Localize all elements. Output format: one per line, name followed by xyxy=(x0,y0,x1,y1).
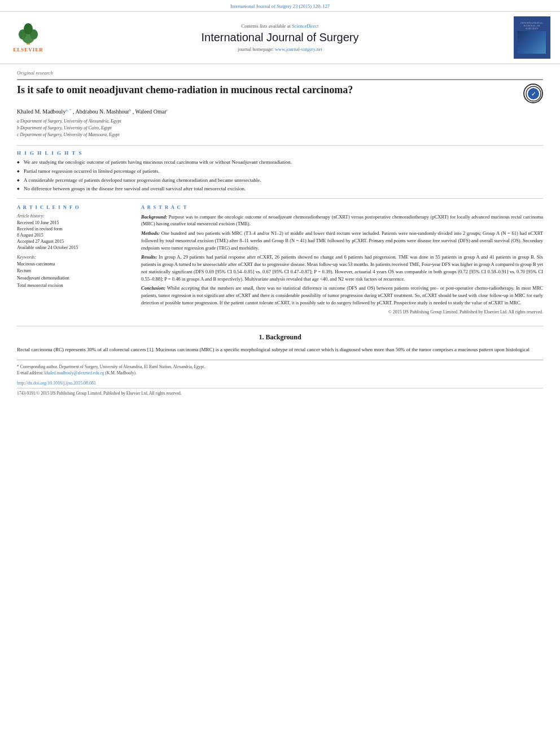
keywords-list: Mucinous carcinoma Rectum Neoadjuvant ch… xyxy=(17,261,130,290)
background-text-content: Rectal carcinoma (RC) represents 30% of … xyxy=(17,347,530,352)
col-abstract: A B S T R A C T Background: Purpose was … xyxy=(141,204,543,316)
email-label: E-mail address: xyxy=(17,370,45,375)
article-title-row: Is it safe to omit neoadjuvant chemo-rad… xyxy=(17,84,543,103)
background-section: 1. Background Rectal carcinoma (RC) repr… xyxy=(17,326,543,354)
email-note: E-mail address: khaled.madbouly@alexmed.… xyxy=(17,370,543,376)
methods-text: One hundred and two patients with MRC (T… xyxy=(141,230,543,251)
background-text: Purpose was to compare the oncologic out… xyxy=(141,214,543,227)
journal-citation-bar: International Journal of Surgery 23 (201… xyxy=(0,0,560,12)
bottom-info: 1743-9191/© 2015 IJS Publishing Group Li… xyxy=(17,388,543,396)
abstract-results: Results: In group A, 29 patients had par… xyxy=(141,254,543,282)
page-wrapper: International Journal of Surgery 23 (201… xyxy=(0,0,560,401)
keyword-1: Mucinous carcinoma xyxy=(17,261,130,268)
elsevier-logo: ELSEVIER xyxy=(13,23,43,53)
author-2-sup: b xyxy=(129,108,132,112)
methods-label: Methods: xyxy=(141,230,160,236)
conclusion-text: Whilst accepting that the numbers are sm… xyxy=(141,285,543,305)
abstract-header: A B S T R A C T xyxy=(141,204,543,210)
email-link[interactable]: khaled.madbouly@alexmed.edu.eg xyxy=(45,370,104,375)
section-number: 1. xyxy=(259,333,264,341)
journal-title: International Journal of Surgery xyxy=(201,31,358,44)
elsevier-tree-icon xyxy=(14,23,42,46)
section-heading-text: Background xyxy=(265,333,301,341)
highlight-item-1: We are studying the oncologic outcome of… xyxy=(17,159,543,166)
keyword-3: Neoadjuvant chemoradiation xyxy=(17,275,130,282)
highlights-divider-top xyxy=(17,145,543,146)
received-revised: Received in revised form8 August 2015 xyxy=(17,226,130,238)
journal-citation: International Journal of Surgery 23 (201… xyxy=(230,3,330,9)
article-info-abstract-cols: A R T I C L E I N F O Article history: R… xyxy=(17,204,543,316)
keywords-block: Keywords: Mucinous carcinoma Rectum Neoa… xyxy=(17,255,130,290)
affiliation-a: a Department of Surgery, University of A… xyxy=(17,118,543,125)
keyword-4: Total mesorectal excision xyxy=(17,282,130,290)
author-2-name: , Abdrabou N. Mashhour xyxy=(73,108,129,115)
highlights-section: H I G H L I G H T S We are studying the … xyxy=(17,150,543,192)
available-online: Available online 24 October 2015 xyxy=(17,244,130,251)
footnotes: * Corresponding author. Department of Su… xyxy=(17,360,543,377)
results-label: Results: xyxy=(141,254,157,260)
elsevier-brand-name: ELSEVIER xyxy=(13,47,43,53)
article-info-header: A R T I C L E I N F O xyxy=(17,204,130,210)
abstract-background: Background: Purpose was to compare the o… xyxy=(141,213,543,228)
author-3-sup: c xyxy=(167,108,168,112)
svg-point-4 xyxy=(24,23,33,34)
homepage-link[interactable]: www.journal-surgery.net xyxy=(275,46,322,52)
email-suffix: (K.M. Madbouly). xyxy=(105,370,136,375)
journal-header: ELSEVIER Contents lists available at Sci… xyxy=(0,12,560,64)
copyright-line: © 2015 IJS Publishing Group Limited. Pub… xyxy=(141,309,543,316)
highlight-item-2: Partial tumor regression occurred in lim… xyxy=(17,168,543,175)
authors-line: Khaled M. Madboulya, * , Abdrabou N. Mas… xyxy=(17,108,543,115)
main-content: Original research Is it safe to omit neo… xyxy=(0,64,560,401)
affiliations: a Department of Surgery, University of A… xyxy=(17,118,543,138)
background-body-text: Rectal carcinoma (RC) represents 30% of … xyxy=(17,346,543,354)
doi-line[interactable]: http://dx.doi.org/10.1016/j.ijsu.2015.08… xyxy=(17,381,543,386)
affiliation-b: b Department of Surgery, University of C… xyxy=(17,125,543,132)
highlight-item-3: A considerable percentage of patients de… xyxy=(17,177,543,184)
article-history-block: Article history: Received 10 June 2015 R… xyxy=(17,213,130,251)
journal-cover-thumbnail: INTERNATIONALJOURNAL OFSURGERY xyxy=(514,16,550,59)
contents-line: Contents lists available at ScienceDirec… xyxy=(242,23,319,29)
journal-header-left: ELSEVIER xyxy=(6,16,51,59)
journal-homepage: journal homepage: www.journal-surgery.ne… xyxy=(238,46,322,52)
affiliation-c: c Department of Surgery, University of M… xyxy=(17,132,543,138)
crossmark-icon[interactable]: ✓ xyxy=(523,84,543,103)
accepted-date: Accepted 27 August 2015 xyxy=(17,238,130,244)
highlights-header: H I G H L I G H T S xyxy=(17,150,543,156)
history-label: Article history: xyxy=(17,213,130,219)
author-3-name: , Waleed Omar xyxy=(133,108,167,115)
keyword-2: Rectum xyxy=(17,268,130,275)
background-heading: 1. Background xyxy=(17,333,543,342)
highlights-divider-bottom xyxy=(17,198,543,199)
article-category: Original research xyxy=(17,70,543,76)
article-title-text: Is it safe to omit neoadjuvant chemo-rad… xyxy=(17,84,523,97)
journal-header-center: Contents lists available at ScienceDirec… xyxy=(51,16,509,59)
title-divider xyxy=(17,79,543,80)
background-label: Background: xyxy=(141,214,167,220)
col-article-info: A R T I C L E I N F O Article history: R… xyxy=(17,204,130,316)
keywords-label: Keywords: xyxy=(17,255,130,260)
highlight-item-4: No difference between groups in the dise… xyxy=(17,185,543,193)
doi-link[interactable]: http://dx.doi.org/10.1016/j.ijsu.2015.08… xyxy=(17,381,96,386)
abstract-methods: Methods: One hundred and two patients wi… xyxy=(141,230,543,251)
results-text: In group A, 29 patients had partial resp… xyxy=(141,254,543,281)
author-1-name: Khaled M. Madbouly xyxy=(17,108,65,115)
conclusion-label: Conclusion: xyxy=(141,285,165,291)
journal-header-right: INTERNATIONALJOURNAL OFSURGERY xyxy=(509,16,554,59)
author-1-sup: a, * xyxy=(65,108,71,112)
corresponding-note: * Corresponding author. Department of Su… xyxy=(17,364,543,370)
abstract-conclusion: Conclusion: Whilst accepting that the nu… xyxy=(141,285,543,306)
abstract-text: Background: Purpose was to compare the o… xyxy=(141,213,543,316)
svg-text:✓: ✓ xyxy=(531,91,536,97)
crossmark-badge[interactable]: ✓ xyxy=(523,84,543,103)
received-date: Received 10 June 2015 xyxy=(17,220,130,226)
sciencedirect-link[interactable]: ScienceDirect xyxy=(292,23,319,29)
